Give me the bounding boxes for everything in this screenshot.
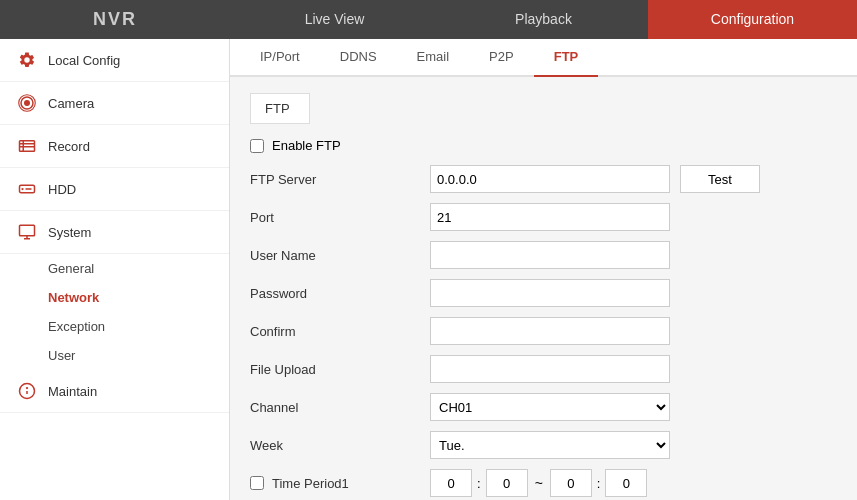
port-group: Port xyxy=(250,203,837,231)
file-upload-label: File Upload xyxy=(250,362,430,377)
time-sep-1: : xyxy=(474,476,484,491)
gear-icon xyxy=(16,49,38,71)
channel-group: Channel CH01 CH02 CH03 CH04 xyxy=(250,393,837,421)
ftp-server-input[interactable] xyxy=(430,165,670,193)
sidebar-label-camera: Camera xyxy=(48,96,94,111)
file-upload-group: File Upload xyxy=(250,355,837,383)
sidebar-item-hdd[interactable]: HDD xyxy=(0,168,229,211)
sidebar-item-local-config[interactable]: Local Config xyxy=(0,39,229,82)
test-button[interactable]: Test xyxy=(680,165,760,193)
sub-tabs: IP/Port DDNS Email P2P FTP xyxy=(230,39,857,77)
time-period1-label: Time Period1 xyxy=(272,476,349,491)
confirm-label: Confirm xyxy=(250,324,430,339)
time-period1-row: Time Period1 : ~ : xyxy=(250,469,837,497)
channel-label: Channel xyxy=(250,400,430,415)
sidebar-sub-user[interactable]: User xyxy=(0,341,229,370)
content-area: IP/Port DDNS Email P2P FTP FTP Enable FT… xyxy=(230,39,857,500)
sidebar-item-maintain[interactable]: Maintain xyxy=(0,370,229,413)
ftp-server-label: FTP Server xyxy=(250,172,430,187)
time-period1-fields: : ~ : xyxy=(430,469,647,497)
record-icon xyxy=(16,135,38,157)
week-group: Week Mon. Tue. Wed. Thu. Fri. Sat. Sun. xyxy=(250,431,837,459)
password-group: Password xyxy=(250,279,837,307)
sidebar-sub-network[interactable]: Network xyxy=(0,283,229,312)
time-period1-checkbox[interactable] xyxy=(250,476,264,490)
tab-ddns[interactable]: DDNS xyxy=(320,39,397,77)
monitor-icon xyxy=(16,221,38,243)
app-logo: NVR xyxy=(0,9,230,30)
section-title: FTP xyxy=(250,93,837,138)
sidebar: Local Config Camera Recor xyxy=(0,39,230,500)
sidebar-label-system: System xyxy=(48,225,91,240)
password-label: Password xyxy=(250,286,430,301)
enable-ftp-label: Enable FTP xyxy=(272,138,341,153)
tab-playback[interactable]: Playback xyxy=(439,0,648,39)
main-layout: Local Config Camera Recor xyxy=(0,39,857,500)
password-input[interactable] xyxy=(430,279,670,307)
camera-icon xyxy=(16,92,38,114)
time-period1-label-group: Time Period1 xyxy=(250,476,430,491)
tab-configuration[interactable]: Configuration xyxy=(648,0,857,39)
username-group: User Name xyxy=(250,241,837,269)
sidebar-label-hdd: HDD xyxy=(48,182,76,197)
enable-ftp-checkbox[interactable] xyxy=(250,139,264,153)
tab-ip-port[interactable]: IP/Port xyxy=(240,39,320,77)
time-sep-2: : xyxy=(594,476,604,491)
svg-rect-10 xyxy=(20,225,35,236)
sidebar-item-camera[interactable]: Camera xyxy=(0,82,229,125)
sidebar-sub-exception[interactable]: Exception xyxy=(0,312,229,341)
time-period1-start-hour[interactable] xyxy=(430,469,472,497)
week-select[interactable]: Mon. Tue. Wed. Thu. Fri. Sat. Sun. xyxy=(430,431,670,459)
tab-p2p[interactable]: P2P xyxy=(469,39,534,77)
sidebar-item-record[interactable]: Record xyxy=(0,125,229,168)
form-area: FTP Enable FTP FTP Server Test Port User… xyxy=(230,77,857,500)
top-navigation: NVR Live View Playback Configuration xyxy=(0,0,857,39)
ftp-server-group: FTP Server Test xyxy=(250,165,837,193)
time-period1-end-min[interactable] xyxy=(605,469,647,497)
tab-live-view[interactable]: Live View xyxy=(230,0,439,39)
channel-select[interactable]: CH01 CH02 CH03 CH04 xyxy=(430,393,670,421)
tab-email[interactable]: Email xyxy=(397,39,470,77)
sidebar-label-maintain: Maintain xyxy=(48,384,97,399)
svg-point-0 xyxy=(24,100,30,106)
sidebar-label-local-config: Local Config xyxy=(48,53,120,68)
port-input[interactable] xyxy=(430,203,670,231)
confirm-group: Confirm xyxy=(250,317,837,345)
time-period1-end-hour[interactable] xyxy=(550,469,592,497)
time-period1-start-min[interactable] xyxy=(486,469,528,497)
time-tilde-1: ~ xyxy=(530,475,548,491)
username-label: User Name xyxy=(250,248,430,263)
port-label: Port xyxy=(250,210,430,225)
info-icon xyxy=(16,380,38,402)
sidebar-sub-general[interactable]: General xyxy=(0,254,229,283)
sidebar-item-system[interactable]: System xyxy=(0,211,229,254)
sidebar-label-record: Record xyxy=(48,139,90,154)
enable-ftp-group: Enable FTP xyxy=(250,138,837,153)
confirm-input[interactable] xyxy=(430,317,670,345)
username-input[interactable] xyxy=(430,241,670,269)
tab-ftp[interactable]: FTP xyxy=(534,39,599,77)
week-label: Week xyxy=(250,438,430,453)
file-upload-input[interactable] xyxy=(430,355,670,383)
hdd-icon xyxy=(16,178,38,200)
nav-tabs: Live View Playback Configuration xyxy=(230,0,857,39)
